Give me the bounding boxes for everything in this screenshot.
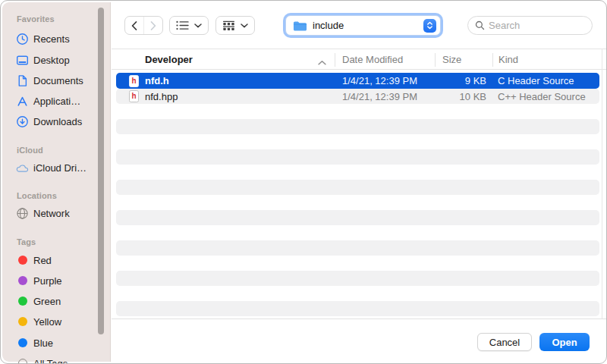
tag-dot-icon: [16, 295, 29, 308]
file-open-dialog: Favorites Recents Desktop Documents Appl…: [0, 0, 607, 364]
sidebar-item-label: Desktop: [33, 55, 70, 66]
sidebar-item-network[interactable]: Network: [16, 206, 70, 221]
column-header-date-modified[interactable]: Date Modified: [342, 54, 403, 65]
grid-view-icon: [222, 20, 235, 31]
sidebar-item-downloads[interactable]: Downloads: [16, 114, 82, 129]
sidebar-item-label: Blue: [33, 337, 53, 349]
current-folder-label: include: [313, 20, 423, 31]
search-field: [467, 16, 593, 35]
cloud-icon: [16, 162, 29, 174]
file-name: nfd.h: [145, 75, 169, 86]
sidebar-item-documents[interactable]: Documents: [16, 73, 83, 88]
sidebar-item-label: Red: [33, 255, 52, 266]
sidebar-item-tag-yellow[interactable]: Yellow: [16, 314, 61, 329]
sidebar-item-label: Documents: [33, 75, 83, 86]
file-row-nfd-h[interactable]: h nfd.h 1/4/21, 12:39 PM 9 KB C Header S…: [116, 73, 599, 89]
footer-divider: [112, 318, 606, 319]
chevron-down-icon: [241, 24, 248, 28]
back-button[interactable]: [125, 17, 143, 34]
tag-dot-icon: [16, 275, 29, 287]
folder-icon: [293, 20, 307, 31]
column-divider: [335, 53, 335, 67]
sidebar-section-favorites: Favorites: [17, 14, 55, 24]
group-view-button[interactable]: [215, 16, 255, 35]
sidebar-section-icloud: iCloud: [17, 146, 43, 155]
cancel-button[interactable]: Cancel: [477, 333, 532, 351]
empty-row-stripe: [116, 210, 599, 225]
sidebar-section-locations: Locations: [17, 191, 57, 200]
download-circle-icon: [16, 115, 29, 128]
tag-dot-icon: [16, 254, 29, 267]
search-icon: [475, 20, 485, 30]
empty-row-stripe: [116, 240, 599, 256]
sidebar-item-label: Applicati…: [33, 96, 80, 107]
column-header-name[interactable]: Developer: [145, 54, 193, 65]
history-nav-group: [124, 16, 163, 35]
list-column-headers: Developer Date Modified Size Kind: [112, 49, 606, 70]
sidebar-item-all-tags[interactable]: All Tags: [16, 356, 68, 364]
list-view-button[interactable]: [169, 16, 209, 35]
list-scrollbar-track: [602, 49, 602, 318]
sidebar-scrollbar[interactable]: [98, 8, 104, 334]
empty-row-stripe: [116, 301, 599, 316]
empty-row-stripe: [116, 149, 599, 165]
column-header-kind[interactable]: Kind: [498, 54, 518, 65]
column-divider: [492, 53, 493, 67]
chevron-down-icon: [194, 24, 202, 28]
sidebar-item-icloud-drive[interactable]: iCloud Dri…: [16, 160, 86, 175]
search-input[interactable]: [489, 20, 585, 31]
sidebar-item-tag-purple[interactable]: Purple: [16, 273, 62, 288]
forward-button[interactable]: [143, 17, 162, 34]
file-size: 10 KB: [398, 91, 486, 102]
sidebar-item-tag-red[interactable]: Red: [16, 253, 52, 268]
tag-dot-icon: [16, 315, 29, 328]
empty-row-stripe: [116, 119, 599, 134]
column-divider: [435, 53, 436, 67]
cpp-header-file-icon: h: [129, 90, 139, 102]
chevron-right-icon: [150, 21, 156, 30]
file-row-nfd-hpp[interactable]: h nfd.hpp 1/4/21, 12:39 PM 10 KB C++ Hea…: [116, 89, 599, 104]
sidebar: Favorites Recents Desktop Documents Appl…: [2, 2, 111, 362]
list-view-icon: [176, 20, 189, 30]
sidebar-item-tag-blue[interactable]: Blue: [16, 335, 53, 350]
all-tags-circle-icon: [16, 357, 29, 364]
desktop-icon: [16, 54, 29, 67]
sidebar-item-label: Network: [33, 208, 70, 219]
globe-icon: [16, 207, 29, 220]
sidebar-item-label: Yellow: [33, 316, 61, 328]
column-header-size[interactable]: Size: [442, 54, 461, 65]
document-icon: [16, 74, 29, 87]
current-folder-dropdown[interactable]: include: [285, 15, 441, 36]
sidebar-item-label: Purple: [33, 275, 62, 287]
sidebar-item-label: All Tags: [33, 358, 68, 364]
empty-row-stripe: [116, 180, 599, 195]
sidebar-section-tags: Tags: [17, 237, 36, 246]
chevron-left-icon: [131, 21, 137, 30]
sidebar-item-applications[interactable]: Applicati…: [16, 93, 80, 108]
sidebar-item-tag-green[interactable]: Green: [16, 293, 61, 309]
dropdown-stepper-icon: [423, 19, 436, 33]
file-kind: C Header Source: [498, 75, 574, 86]
app-store-icon: [16, 95, 29, 108]
file-kind: C++ Header Source: [498, 91, 586, 102]
sort-ascending-icon: [318, 56, 326, 67]
sidebar-item-desktop[interactable]: Desktop: [16, 52, 70, 67]
sidebar-item-label: Recents: [33, 33, 70, 45]
open-button[interactable]: Open: [539, 333, 590, 351]
sidebar-item-label: iCloud Dri…: [33, 162, 86, 174]
empty-row-stripe: [116, 271, 599, 286]
file-size: 9 KB: [398, 75, 486, 86]
c-header-file-icon: h: [129, 75, 139, 87]
sidebar-item-recents[interactable]: Recents: [16, 31, 70, 46]
tag-dot-icon: [16, 337, 29, 350]
file-name: nfd.hpp: [145, 91, 178, 102]
clock-icon: [16, 33, 29, 46]
sidebar-item-label: Downloads: [33, 116, 82, 127]
sidebar-item-label: Green: [33, 296, 61, 307]
